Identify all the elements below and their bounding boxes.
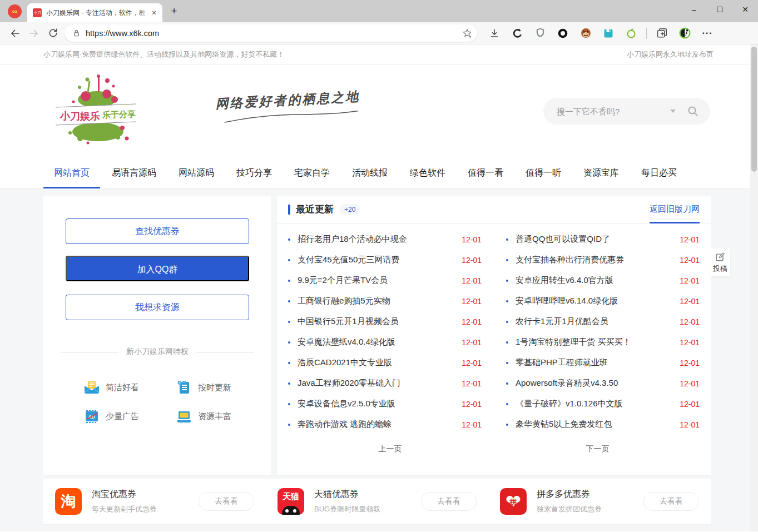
list-item[interactable]: 浩辰CAD2021中文专业版12-01	[288, 352, 482, 373]
item-title[interactable]: 工商银行融e购抽5元实物	[298, 296, 456, 306]
search-icon[interactable]	[687, 105, 699, 117]
item-title[interactable]: 招行老用户18个活动必中现金	[298, 234, 456, 245]
browser-tab[interactable]: 小刀 小刀娱乐网 - 专注活动，软件，教 ✕	[27, 3, 162, 22]
old-version-link[interactable]: 返回旧版刀网	[650, 196, 700, 223]
nav-item-worth-listening[interactable]: 值得一听	[526, 157, 561, 188]
extension-panda-button[interactable]	[677, 26, 692, 41]
list-item[interactable]: 1号淘宝特别整理干货 买买买！12-01	[506, 332, 700, 352]
refresh-button[interactable]	[43, 24, 62, 43]
item-title[interactable]: 安卓魔法壁纸v4.0.4绿化版	[298, 337, 456, 347]
nav-item-home-learning[interactable]: 宅家自学	[294, 157, 330, 188]
back-button[interactable]	[6, 24, 24, 43]
nav-item-site-source[interactable]: 网站源码	[179, 157, 214, 188]
nav-item-green-software[interactable]: 绿色软件	[410, 157, 445, 188]
list-item[interactable]: 安卓设备信息v2.5.0专业版12-01	[288, 394, 482, 414]
list-item[interactable]: 中国银行5元开1月视频会员12-01	[288, 311, 482, 332]
extension-tampermonkey-button[interactable]	[578, 26, 593, 41]
item-title[interactable]: 安卓设备信息v2.5.0专业版	[298, 399, 456, 409]
site-logo[interactable]: 小刀娱乐 乐于分享	[53, 73, 138, 148]
item-title[interactable]: Apowersoft录音精灵v4.3.50	[516, 378, 674, 389]
extension-save-button[interactable]	[601, 26, 616, 41]
close-window-button[interactable]: ✕	[732, 0, 758, 19]
profile-avatar-icon[interactable]: ∞	[8, 4, 22, 18]
maximize-button[interactable]	[707, 0, 732, 19]
item-date: 12-01	[680, 317, 700, 326]
list-item[interactable]: 安卓哔哩哔哩v6.14.0绿化版12-01	[506, 291, 700, 311]
nav-item-worth-watching[interactable]: 值得一看	[468, 157, 503, 188]
list-item[interactable]: 9.9元=2个月芒果TV会员12-01	[288, 270, 482, 291]
item-title[interactable]: 中国银行5元开1月视频会员	[298, 316, 456, 327]
list-item[interactable]: 豪华黄钻5以上免费发红包12-01	[506, 414, 700, 435]
taobao-go-button[interactable]: 去看看	[199, 492, 254, 511]
download-button[interactable]	[487, 26, 502, 41]
list-item[interactable]: 零基础PHP工程师就业班12-01	[506, 352, 700, 373]
item-title[interactable]: 奔跑动作游戏 逃跑的蟾蜍	[298, 419, 456, 430]
nav-item-home[interactable]: 网站首页	[54, 157, 90, 188]
list-item[interactable]: 支付宝抽各种出行消费优惠券12-01	[506, 250, 700, 270]
minimize-button[interactable]: –	[681, 0, 707, 19]
sidebar-card: 查找优惠券 加入QQ群 我想求资源 新小刀娱乐网特权 简洁好看 按时更新	[43, 196, 271, 475]
permanent-address-link[interactable]: 小刀娱乐网永久地址发布页	[627, 49, 714, 59]
item-title[interactable]: 1号淘宝特别整理干货 买买买！	[516, 337, 674, 347]
scrollbar-thumb[interactable]	[751, 47, 757, 172]
page-scrollbar[interactable]	[750, 44, 758, 531]
submit-post-button[interactable]: 投稿	[710, 248, 730, 276]
forward-button[interactable]	[24, 24, 43, 43]
new-tab-button[interactable]: +	[166, 3, 182, 19]
nav-item-daily-buy[interactable]: 每日必买	[641, 157, 677, 188]
list-item[interactable]: Java工程师2020零基础入门12-01	[288, 373, 482, 394]
update-doc-icon	[176, 379, 192, 396]
bullet-icon	[288, 280, 290, 282]
list-item[interactable]: 《量子破碎》v1.0.126中文版12-01	[506, 394, 700, 414]
item-title[interactable]: 农行卡1元开1月优酷会员	[516, 316, 674, 327]
list-item[interactable]: 普通QQ也可以设置QID了12-01	[506, 229, 700, 250]
item-date: 12-01	[680, 379, 700, 388]
nav-item-resource-treasury[interactable]: 资源宝库	[583, 157, 619, 188]
item-title[interactable]: 《量子破碎》v1.0.126中文版	[516, 399, 674, 409]
tmall-go-button[interactable]: 去看看	[421, 492, 477, 511]
item-title[interactable]: 9.9元=2个月芒果TV会员	[298, 275, 456, 286]
item-title[interactable]: 零基础PHP工程师就业班	[516, 357, 674, 368]
tab-close-icon[interactable]: ✕	[149, 8, 159, 18]
request-resource-button[interactable]: 我想求资源	[66, 295, 249, 320]
list-item[interactable]: 奔跑动作游戏 逃跑的蟾蜍12-01	[288, 414, 482, 435]
prev-page-button[interactable]: 上一页	[288, 440, 492, 459]
item-title[interactable]: 支付宝45充值50元三网话费	[298, 255, 456, 265]
item-title[interactable]: 安卓哔哩哔哩v6.14.0绿化版	[516, 296, 674, 306]
tmall-cat-icon	[282, 506, 300, 515]
nav-item-activities[interactable]: 活动线报	[352, 157, 388, 188]
item-title[interactable]: 支付宝抽各种出行消费优惠券	[516, 255, 674, 265]
extension-undo-button[interactable]	[509, 26, 525, 41]
toolbar-menu-button[interactable]: ···	[700, 26, 715, 41]
find-coupon-button[interactable]: 查找优惠券	[66, 218, 249, 244]
address-bar[interactable]: https://www.x6k.com	[65, 24, 477, 42]
extension-green-circle-button[interactable]	[623, 26, 639, 41]
item-title[interactable]: 豪华黄钻5以上免费发红包	[516, 419, 674, 430]
item-title[interactable]: 安卓应用转生v6.4.0官方版	[516, 275, 674, 286]
list-item[interactable]: Apowersoft录音精灵v4.3.5012-01	[506, 373, 700, 394]
search-box	[543, 98, 710, 125]
nav-item-yuyan-source[interactable]: 易语言源码	[112, 157, 156, 188]
list-item[interactable]: 农行卡1元开1月优酷会员12-01	[506, 311, 700, 332]
url-text[interactable]: https://www.x6k.com	[86, 29, 462, 38]
list-item[interactable]: 招行老用户18个活动必中现金12-01	[288, 229, 482, 250]
item-title[interactable]: Java工程师2020零基础入门	[298, 378, 456, 389]
search-input[interactable]	[557, 107, 670, 116]
item-date: 12-01	[462, 420, 482, 429]
list-item[interactable]: 支付宝45充值50元三网话费12-01	[288, 250, 482, 270]
collections-button[interactable]	[654, 26, 670, 41]
logo-title-text: 小刀娱乐	[60, 111, 100, 122]
extension-ring-button[interactable]	[555, 26, 571, 41]
list-item[interactable]: 工商银行融e购抽5元实物12-01	[288, 291, 482, 311]
next-page-button[interactable]: 下一页	[496, 440, 700, 459]
pdd-go-button[interactable]: 去看看	[643, 492, 699, 511]
item-title[interactable]: 普通QQ也可以设置QID了	[516, 234, 674, 245]
chevron-down-icon[interactable]	[670, 110, 676, 113]
list-item[interactable]: 安卓应用转生v6.4.0官方版12-01	[506, 270, 700, 291]
join-qq-group-button[interactable]: 加入QQ群	[66, 256, 249, 281]
nav-item-tips[interactable]: 技巧分享	[236, 157, 272, 188]
favorite-star-icon[interactable]	[462, 28, 473, 39]
extension-shield-button[interactable]	[532, 26, 548, 41]
item-title[interactable]: 浩辰CAD2021中文专业版	[298, 357, 456, 368]
list-item[interactable]: 安卓魔法壁纸v4.0.4绿化版12-01	[288, 332, 482, 352]
